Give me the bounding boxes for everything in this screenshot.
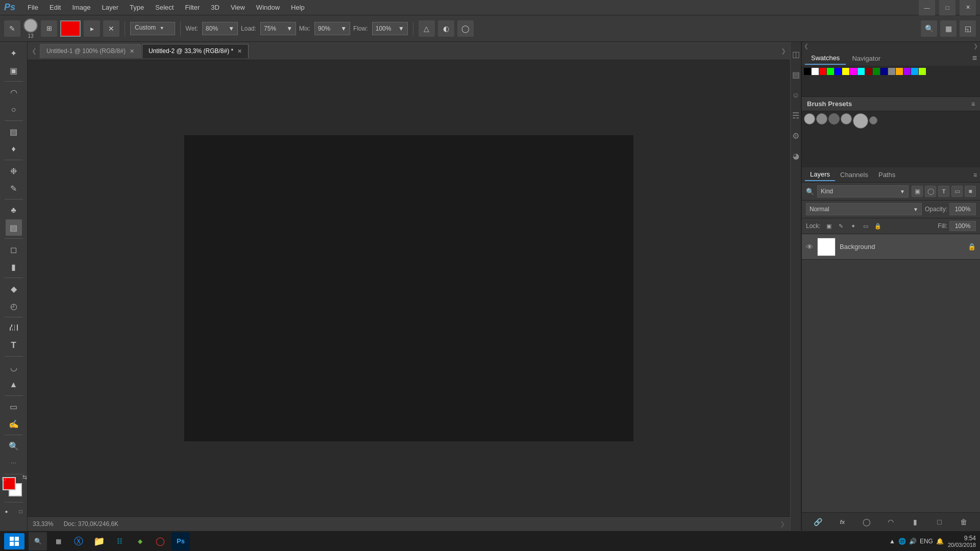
mixer-brush-tool[interactable]: ▤: [6, 219, 22, 236]
layer-comp-button[interactable]: ◐: [438, 20, 454, 37]
panel-icon-2[interactable]: ▤: [791, 64, 800, 85]
taskbar-edge-icon[interactable]: Ⓧ: [69, 532, 88, 550]
erase-mode-button[interactable]: ✕: [103, 20, 119, 37]
shape-filter-icon[interactable]: ▭: [951, 186, 963, 197]
mix-value[interactable]: 90%▼: [314, 22, 350, 35]
swatch-blue[interactable]: [835, 68, 842, 75]
default-colors-icon[interactable]: ▢: [2, 476, 26, 500]
swatch-cyan[interactable]: [857, 68, 865, 75]
swatch-purple[interactable]: [903, 68, 911, 75]
marquee-tool[interactable]: ▣: [6, 62, 22, 79]
lasso-tool[interactable]: ◠: [6, 84, 22, 101]
swatch-yellow[interactable]: [842, 68, 849, 75]
menu-view[interactable]: View: [226, 2, 250, 13]
taskbar-store-icon[interactable]: ☷: [110, 532, 129, 550]
minimize-button[interactable]: —: [919, 0, 935, 16]
flow-value[interactable]: 100%▼: [372, 22, 408, 35]
tab-untitled2-close[interactable]: ✕: [237, 48, 242, 55]
tab-untitled1-close[interactable]: ✕: [130, 48, 134, 55]
panel-icon-6[interactable]: ◕: [791, 146, 800, 166]
swatch-green[interactable]: [827, 68, 834, 75]
share-button[interactable]: ◱: [960, 20, 976, 37]
taskbar-clock[interactable]: 9:54 20/03/2018: [948, 535, 976, 548]
menu-edit[interactable]: Edit: [44, 2, 66, 13]
text-tool[interactable]: T: [6, 337, 22, 354]
swatch-red[interactable]: [819, 68, 826, 75]
menu-3d[interactable]: 3D: [206, 2, 225, 13]
crop-tool[interactable]: ▤: [6, 123, 22, 140]
menu-image[interactable]: Image: [67, 2, 95, 13]
screen-mode-button[interactable]: □: [15, 505, 27, 517]
dodge-tool[interactable]: ◴: [6, 298, 22, 314]
move-tool[interactable]: ✦: [6, 45, 22, 61]
brush-preset-item[interactable]: [828, 113, 840, 124]
load-value[interactable]: 75%▼: [260, 22, 296, 35]
menu-type[interactable]: Type: [125, 2, 149, 13]
layer-item-background[interactable]: 👁 Background 🔒: [802, 234, 980, 260]
kind-dropdown[interactable]: Kind ▼: [817, 185, 909, 197]
pencil-tool[interactable]: ✎: [6, 180, 22, 196]
brush-preset-dropdown[interactable]: Custom ▼: [130, 22, 175, 35]
healing-brush-tool[interactable]: ❉: [6, 163, 22, 179]
type-filter-icon[interactable]: T: [938, 186, 949, 197]
quick-mask-button[interactable]: ●: [1, 505, 13, 517]
brush-preset-item[interactable]: [804, 113, 815, 124]
direct-selection-tool[interactable]: ▲: [6, 377, 22, 393]
panel-icon-1[interactable]: ◫: [791, 44, 800, 64]
menu-layer[interactable]: Layer: [97, 2, 124, 13]
eyedropper-tool[interactable]: ♦: [6, 141, 22, 157]
tab-paths[interactable]: Paths: [873, 169, 900, 181]
lock-paint-icon[interactable]: ✎: [836, 221, 846, 231]
swatch-white[interactable]: [812, 68, 819, 75]
layers-panel-menu-icon[interactable]: ≡: [973, 171, 977, 179]
pressure-button[interactable]: ◯: [457, 20, 474, 37]
layer-visibility-icon[interactable]: 👁: [806, 243, 813, 251]
swatch-orange[interactable]: [896, 68, 903, 75]
taskbar-task-view-icon[interactable]: ▦: [49, 532, 67, 550]
swatch-dark-blue[interactable]: [880, 68, 888, 75]
swatch-sky-blue[interactable]: [911, 68, 918, 75]
menu-select[interactable]: Select: [150, 2, 179, 13]
panel-icon-3[interactable]: ☺: [791, 85, 800, 105]
lock-artboard-icon[interactable]: ▭: [861, 221, 871, 231]
brush-presets-menu-icon[interactable]: ≡: [971, 101, 975, 108]
maximize-button[interactable]: □: [939, 0, 955, 16]
taskbar-network-icon[interactable]: 🌐: [898, 538, 906, 545]
tab-navigator[interactable]: Navigator: [846, 53, 887, 64]
taskbar-chrome-icon[interactable]: ◯: [151, 532, 169, 550]
collapse-panels-right[interactable]: ❯: [781, 47, 786, 55]
brush-preset-item[interactable]: [853, 113, 868, 129]
lock-pixels-icon[interactable]: ▣: [824, 221, 834, 231]
hand-tool[interactable]: ✍: [6, 416, 22, 432]
menu-help[interactable]: Help: [286, 2, 310, 13]
canvas-wrapper[interactable]: [28, 60, 790, 516]
brush-picker-button[interactable]: [23, 18, 38, 33]
brush-tool-button[interactable]: ✎: [4, 20, 20, 37]
brush-preset-item[interactable]: [841, 113, 852, 124]
menu-file[interactable]: File: [22, 2, 43, 13]
adjustment-filter-icon[interactable]: ◯: [925, 186, 936, 197]
swatch-black[interactable]: [804, 68, 811, 75]
panel-collapse-arrow-left[interactable]: ❮: [804, 43, 808, 49]
taskbar-file-explorer-icon[interactable]: 📁: [90, 532, 108, 550]
pixel-filter-icon[interactable]: ▣: [912, 186, 923, 197]
taskbar-notifications-icon[interactable]: 🔔: [936, 538, 944, 545]
rectangle-tool[interactable]: ▭: [6, 398, 22, 415]
eraser-tool[interactable]: ◻: [6, 241, 22, 258]
tab-swatches[interactable]: Swatches: [805, 52, 846, 65]
layer-effects-icon[interactable]: fx: [836, 515, 849, 529]
new-fill-layer-icon[interactable]: ◠: [884, 515, 897, 529]
opacity-input[interactable]: 100%: [949, 203, 976, 215]
wet-value[interactable]: 80%▼: [202, 22, 238, 35]
taskbar-up-arrow[interactable]: ▲: [889, 538, 895, 545]
document-canvas[interactable]: [184, 135, 633, 441]
search-button[interactable]: 🔍: [921, 20, 937, 37]
start-button[interactable]: [4, 533, 24, 549]
fill-input[interactable]: 100%: [949, 221, 976, 231]
swatches-panel-menu[interactable]: ≡: [972, 54, 977, 63]
smart-obj-filter-icon[interactable]: ■: [965, 186, 976, 197]
link-layers-icon[interactable]: 🔗: [812, 515, 825, 529]
brush-preset-select[interactable]: Custom ▼: [130, 22, 175, 35]
gradient-tool[interactable]: ▮: [6, 259, 22, 275]
foreground-color-toolbar[interactable]: [60, 20, 81, 37]
